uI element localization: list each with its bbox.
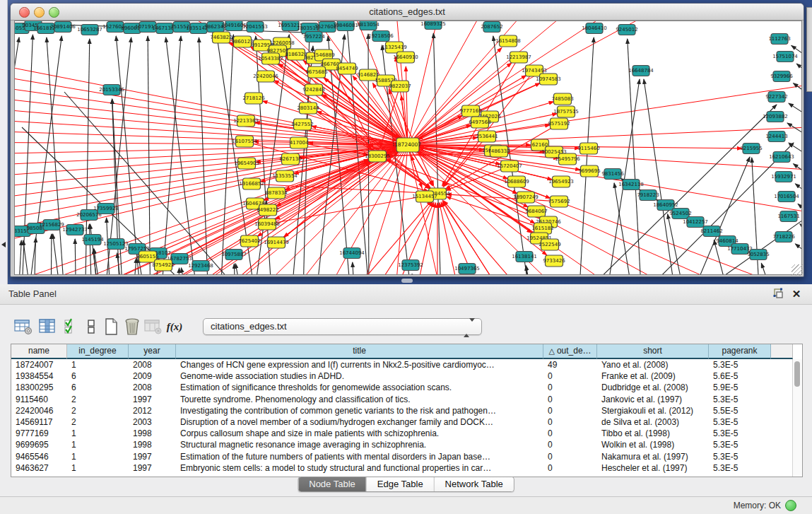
- graph-node[interactable]: 12156829: [39, 220, 64, 230]
- graph-node[interactable]: 10688609: [504, 176, 529, 187]
- graph-node[interactable]: 16138141: [512, 252, 537, 262]
- compact-rows-button[interactable]: [81, 315, 102, 338]
- graph-node[interactable]: 18724007: [394, 138, 421, 152]
- graph-node[interactable]: 15932971: [771, 172, 796, 182]
- graph-node[interactable]: 16744094: [339, 248, 365, 259]
- graph-node[interactable]: 16039488: [254, 218, 280, 230]
- graph-node[interactable]: 15134457: [412, 191, 437, 202]
- table-row[interactable]: 1456911722003Disruption of a novel membe…: [11, 416, 802, 428]
- column-header-in_degree[interactable]: in_degree: [67, 344, 129, 359]
- table-mode-button[interactable]: [13, 315, 34, 338]
- graph-node[interactable]: 18300295: [365, 151, 390, 162]
- graph-node[interactable]: 1112763: [768, 34, 790, 45]
- table-row[interactable]: 1830029562008Estimation of significance …: [11, 382, 802, 393]
- graph-node[interactable]: 12942737: [62, 225, 88, 235]
- graph-node[interactable]: 19218506: [368, 31, 394, 42]
- graph-node[interactable]: 9242848: [302, 84, 324, 95]
- graph-node[interactable]: 16648784: [628, 66, 654, 76]
- column-header-out_de…[interactable]: △out_de…: [543, 344, 597, 359]
- row-selection-button[interactable]: [61, 315, 82, 338]
- graph-node[interactable]: 18757515: [553, 106, 579, 117]
- graph-node[interactable]: 6497568: [469, 117, 490, 128]
- graph-node[interactable]: 17016504: [774, 192, 799, 202]
- graph-node[interactable]: 9860123: [231, 36, 253, 47]
- graph-node[interactable]: 12923468: [188, 261, 213, 271]
- graph-node[interactable]: 7485083: [551, 93, 573, 105]
- column-header-title[interactable]: title: [176, 344, 543, 359]
- vertical-scrollbar[interactable]: [792, 359, 802, 477]
- table-row[interactable]: 969969511998Structural magnetic resonanc…: [11, 439, 802, 450]
- graph-node[interactable]: 10543382: [258, 53, 283, 64]
- graph-node[interactable]: 30975887: [221, 250, 247, 260]
- graph-node[interactable]: 7718226: [772, 232, 795, 243]
- graph-node[interactable]: 8454749: [336, 63, 358, 74]
- memory-indicator[interactable]: [785, 500, 796, 511]
- graph-node[interactable]: 16154808: [495, 35, 521, 47]
- graph-node[interactable]: 8754922: [152, 259, 174, 271]
- graph-node[interactable]: 2718126: [242, 93, 265, 104]
- graph-node[interactable]: 12093882: [763, 112, 788, 122]
- graph-node[interactable]: 2803144: [297, 103, 319, 114]
- graph-node[interactable]: 9052835: [747, 250, 769, 260]
- tab-network-table[interactable]: Network Table: [434, 477, 514, 491]
- table-row[interactable]: 977716911998Corpus callosum shape and si…: [11, 428, 802, 439]
- delete-table-button[interactable]: [143, 315, 164, 338]
- graph-node[interactable]: 16640910: [393, 52, 418, 63]
- tab-edge-table[interactable]: Edge Table: [366, 477, 434, 491]
- graph-node[interactable]: 7918223: [637, 190, 659, 201]
- graph-node[interactable]: 19654903: [234, 158, 259, 169]
- column-header-pagerank[interactable]: pagerank: [709, 344, 771, 359]
- graph-node[interactable]: 18046410: [582, 23, 607, 34]
- graph-node[interactable]: 8427552: [291, 119, 313, 130]
- graph-node[interactable]: 12375392: [398, 260, 423, 271]
- split-pane-handle[interactable]: [401, 279, 413, 283]
- window-resize-grip[interactable]: [792, 264, 803, 276]
- graph-node[interactable]: 8215955: [740, 144, 762, 154]
- graph-node[interactable]: 16914479: [264, 237, 289, 248]
- graph-node[interactable]: 2536441: [476, 131, 498, 142]
- graph-node[interactable]: 8267130: [279, 153, 301, 165]
- graph-node[interactable]: 19166852: [239, 178, 264, 189]
- table-row[interactable]: 946554611997Estimation of the future num…: [11, 451, 802, 462]
- table-row[interactable]: 946362711997Embryonic stem cells: a mode…: [11, 462, 802, 474]
- graph-node[interactable]: 7463822: [210, 32, 232, 43]
- graph-node[interactable]: 10497365: [454, 264, 480, 274]
- table-row[interactable]: 1872400712008Changes of HCN gene express…: [11, 359, 802, 370]
- graph-node[interactable]: 18907249: [513, 192, 539, 203]
- graph-node[interactable]: 8498222: [257, 204, 278, 216]
- graph-node[interactable]: 7625402: [238, 235, 260, 247]
- graph-node[interactable]: 1145194: [81, 235, 104, 245]
- graph-node[interactable]: 16342118: [618, 180, 644, 190]
- graph-node[interactable]: 15751074: [772, 52, 798, 62]
- graph-node[interactable]: 17359928: [93, 204, 119, 214]
- graph-node[interactable]: 9675685: [305, 66, 327, 78]
- graph-node[interactable]: 10974583: [536, 74, 561, 85]
- tab-node-table[interactable]: Node Table: [298, 477, 366, 491]
- graph-node[interactable]: 10653287: [77, 25, 102, 35]
- graph-node[interactable]: 2522549: [539, 239, 560, 250]
- graph-node[interactable]: 9822037: [389, 81, 411, 92]
- graph-node[interactable]: 1244413: [765, 132, 787, 142]
- column-header-name[interactable]: name: [11, 344, 67, 359]
- graph-node[interactable]: 12213987: [506, 52, 531, 63]
- graph-node[interactable]: 8813054: [357, 21, 379, 30]
- collapse-arrow-icon[interactable]: [1, 242, 6, 247]
- graph-node[interactable]: 8211462: [700, 226, 722, 237]
- graph-node[interactable]: 9831456: [601, 169, 624, 180]
- graph-node[interactable]: 9115460: [577, 143, 599, 154]
- graph-node[interactable]: 7486332: [488, 146, 510, 157]
- scrollbar-thumb[interactable]: [794, 361, 800, 387]
- graph-node[interactable]: 8878334: [265, 187, 288, 199]
- graph-node[interactable]: 16107554: [232, 136, 257, 147]
- graph-node[interactable]: 8575192: [548, 118, 570, 129]
- graph-node[interactable]: 16210643: [769, 152, 794, 163]
- graph-node[interactable]: 2087652: [481, 22, 502, 33]
- graph-node[interactable]: 417004: [290, 137, 309, 148]
- table-selector-dropdown[interactable]: citations_edges.txt: [203, 318, 482, 335]
- graph-node[interactable]: 12213363: [233, 115, 259, 127]
- graph-node[interactable]: 9329966: [770, 71, 793, 82]
- graph-node[interactable]: 16089325: [420, 21, 446, 30]
- float-panel-button[interactable]: [771, 288, 785, 300]
- table-row[interactable]: 911546021997Tourette syndrome. Phenomeno…: [11, 394, 802, 405]
- graph-node[interactable]: 11353554: [272, 170, 298, 182]
